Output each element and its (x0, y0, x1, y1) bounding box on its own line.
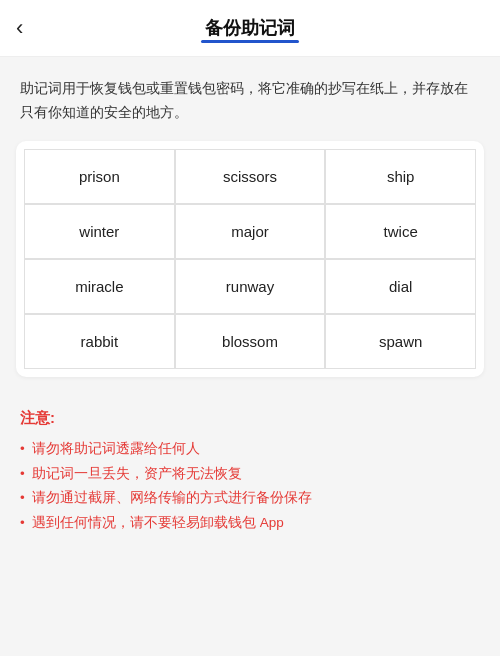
mnemonic-word-cell: twice (325, 204, 476, 259)
mnemonic-grid-container: prisonscissorsshipwintermajortwicemiracl… (16, 141, 484, 377)
mnemonic-word-cell: spawn (325, 314, 476, 369)
mnemonic-word-cell: rabbit (24, 314, 175, 369)
mnemonic-word-cell: miracle (24, 259, 175, 314)
mnemonic-word-cell: runway (175, 259, 326, 314)
mnemonic-word-cell: ship (325, 149, 476, 204)
notes-section: 注意: 请勿将助记词透露给任何人助记词一旦丢失，资产将无法恢复请勿通过截屏、网络… (0, 393, 500, 558)
mnemonic-word-cell: dial (325, 259, 476, 314)
notes-list: 请勿将助记词透露给任何人助记词一旦丢失，资产将无法恢复请勿通过截屏、网络传输的方… (20, 438, 480, 536)
mnemonic-word-cell: major (175, 204, 326, 259)
notes-list-item: 助记词一旦丢失，资产将无法恢复 (20, 463, 480, 486)
notes-list-item: 请勿将助记词透露给任何人 (20, 438, 480, 461)
mnemonic-word-cell: winter (24, 204, 175, 259)
mnemonic-word-cell: prison (24, 149, 175, 204)
mnemonic-word-cell: blossom (175, 314, 326, 369)
notes-list-item: 遇到任何情况，请不要轻易卸载钱包 App (20, 512, 480, 535)
header: ‹ 备份助记词 (0, 0, 500, 57)
back-icon: ‹ (16, 15, 23, 40)
notes-title: 注意: (20, 409, 480, 428)
mnemonic-grid: prisonscissorsshipwintermajortwicemiracl… (24, 149, 476, 369)
mnemonic-word-cell: scissors (175, 149, 326, 204)
notes-list-item: 请勿通过截屏、网络传输的方式进行备份保存 (20, 487, 480, 510)
page-title: 备份助记词 (205, 16, 295, 40)
description-text: 助记词用于恢复钱包或重置钱包密码，将它准确的抄写在纸上，并存放在只有你知道的安全… (0, 57, 500, 141)
back-button[interactable]: ‹ (16, 17, 23, 39)
